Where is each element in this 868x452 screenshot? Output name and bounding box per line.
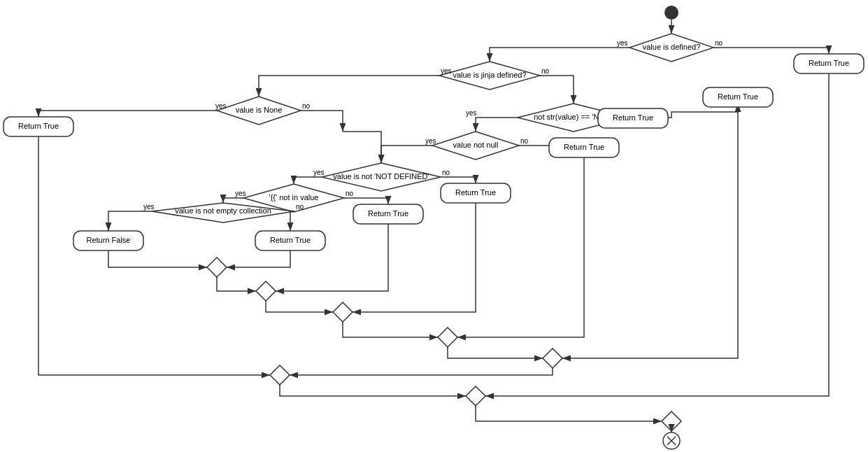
label-yes-value-defined: yes	[617, 39, 628, 47]
label-no-jinja: no	[541, 67, 550, 75]
label-jinja-defined: value is jinja defined?	[453, 71, 526, 79]
label-no-value-defined: no	[715, 39, 723, 47]
label-return-true-2: Return True	[718, 92, 758, 101]
label-no-none: no	[302, 102, 311, 110]
label-yes-not-empty: yes	[143, 203, 155, 211]
label-return-true-1: Return True	[809, 59, 849, 67]
label-value-none: value is None	[236, 106, 283, 114]
label-return-true-7: Return True	[368, 209, 408, 218]
flowchart-diagram: value is defined? yes no Return True val…	[0, 0, 868, 452]
merge-5	[543, 348, 562, 368]
label-not-empty: value is not empty collection	[175, 206, 271, 215]
merge-3	[333, 302, 353, 322]
label-no-jinja-not-in: no	[346, 190, 354, 197]
label-yes-jinja: yes	[441, 67, 452, 75]
merge-8	[662, 411, 681, 431]
label-not-defined-str: value is not 'NOT DEFINED'	[333, 172, 429, 181]
label-return-true-6: Return True	[455, 188, 496, 197]
label-yes-not-def: yes	[313, 169, 325, 176]
label-no-not-empty: no	[296, 203, 304, 211]
merge-4	[438, 327, 457, 347]
label-jinja-not-in: '{{' not in value	[269, 193, 319, 202]
label-yes-jinja-not-in: yes	[235, 190, 246, 197]
merge-6	[270, 365, 290, 385]
label-yes-not-null: yes	[425, 137, 436, 145]
label-return-true-3: Return True	[18, 122, 59, 130]
merge-7	[466, 386, 485, 406]
label-value-defined: value is defined?	[643, 43, 701, 51]
label-return-true-4: Return True	[564, 143, 604, 151]
merge-1	[207, 257, 227, 277]
label-return-true-5: Return True	[613, 113, 653, 122]
start-node	[664, 6, 678, 20]
label-return-true-8: Return True	[270, 236, 311, 244]
label-no-not-def: no	[442, 169, 450, 176]
label-yes-none: yes	[215, 102, 227, 110]
label-no-not-null: no	[520, 137, 529, 145]
label-return-false: Return False	[87, 236, 131, 244]
merge-2	[256, 281, 276, 301]
label-yes-str-none: yes	[466, 109, 477, 117]
label-value-not-null: value not null	[453, 141, 499, 149]
